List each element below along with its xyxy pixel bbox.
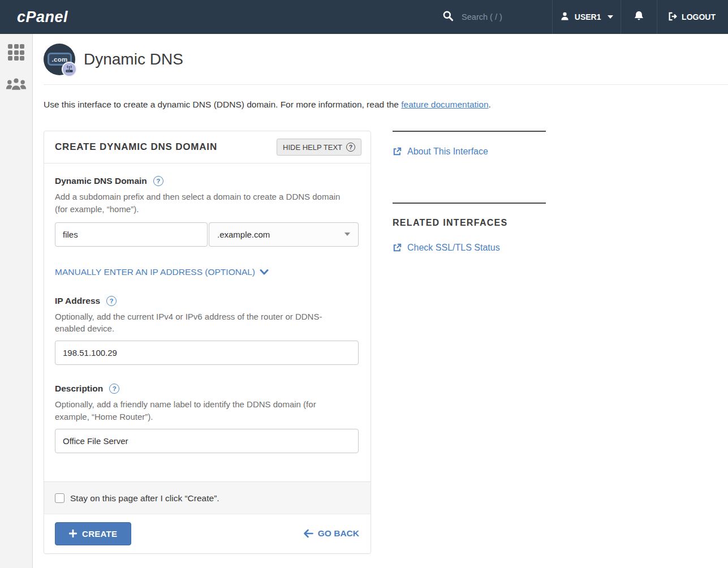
subdomain-prefix-input[interactable] (55, 222, 208, 247)
description-field-group: Description Optionally, add a friendly n… (55, 384, 359, 453)
create-button-label: CREATE (82, 529, 117, 539)
stay-on-page-row: Stay on this page after I click “Create”… (44, 481, 371, 514)
domain-field-label: Dynamic DNS Domain (55, 176, 147, 186)
plus-icon (69, 530, 77, 537)
go-back-link[interactable]: GO BACK (303, 528, 359, 539)
card-actions: CREATE GO BACK (44, 514, 371, 553)
user-menu[interactable]: USER1 (553, 0, 621, 34)
chevron-down-icon (608, 15, 613, 19)
ip-help-icon[interactable] (106, 296, 117, 306)
cpanel-logo[interactable]: cPanel (17, 0, 68, 34)
search-icon (442, 10, 454, 24)
left-sidebar (0, 34, 33, 568)
manual-ip-toggle-label: MANUALLY ENTER AN IP ADDRESS (OPTIONAL) (55, 267, 255, 277)
card-body: Dynamic DNS Domain Add a subdomain prefi… (44, 163, 371, 481)
about-this-interface-link[interactable]: About This Interface (393, 147, 546, 157)
intro-suffix: . (489, 100, 491, 109)
description-help-text: Optionally, add a friendly name label to… (55, 398, 349, 423)
about-link-label: About This Interface (407, 147, 488, 157)
domain-select[interactable]: .example.com (209, 222, 359, 247)
aside-divider (393, 203, 546, 204)
logout-button[interactable]: LOGOUT (657, 0, 728, 34)
intro-text: Use this interface to create a dynamic D… (44, 100, 401, 109)
page-header: .com Dynamic DNS (44, 34, 728, 75)
header-divider (44, 84, 728, 85)
card-header: CREATE DYNAMIC DNS DOMAIN HIDE HELP TEXT (44, 131, 371, 163)
hide-help-label: HIDE HELP TEXT (283, 143, 342, 152)
stay-on-page-label[interactable]: Stay on this page after I click “Create”… (70, 493, 219, 504)
description-input[interactable] (55, 429, 359, 453)
navbar-spacer (68, 0, 428, 34)
router-icon (62, 62, 77, 77)
user-manager-icon[interactable] (6, 76, 27, 94)
aside-divider (393, 131, 546, 132)
ip-address-input[interactable] (55, 341, 359, 365)
related-interfaces-heading: RELATED INTERFACES (393, 218, 546, 228)
right-sidebar: About This Interface RELATED INTERFACES … (393, 131, 546, 253)
top-navbar: cPanel Search ( / ) USER1 LOGOUT (0, 0, 728, 34)
hide-help-text-button[interactable]: HIDE HELP TEXT (277, 139, 361, 156)
ip-field-label: IP Address (55, 296, 100, 306)
dynamic-dns-feature-icon: .com (44, 44, 75, 75)
card-heading: CREATE DYNAMIC DNS DOMAIN (55, 141, 217, 153)
domain-help-text: Add a subdomain prefix and then select a… (55, 191, 349, 216)
username: USER1 (575, 12, 601, 21)
select-caret-icon (344, 233, 350, 236)
feature-documentation-link[interactable]: feature documentation (401, 100, 488, 109)
help-circle-icon (346, 143, 355, 152)
domain-select-value: .example.com (217, 230, 270, 239)
description-field-label: Description (55, 384, 103, 394)
ssl-link-label: Check SSL/TLS Status (407, 243, 500, 253)
logout-icon (667, 11, 678, 23)
check-ssl-status-link[interactable]: Check SSL/TLS Status (393, 243, 546, 253)
notifications-button[interactable] (621, 0, 657, 34)
global-search[interactable]: Search ( / ) (428, 0, 552, 34)
chevron-down-icon (260, 269, 269, 276)
manual-ip-toggle[interactable]: MANUALLY ENTER AN IP ADDRESS (OPTIONAL) (55, 267, 359, 277)
ip-field-group: IP Address Optionally, add the current I… (55, 296, 359, 365)
user-icon (560, 11, 570, 23)
create-ddns-card: CREATE DYNAMIC DNS DOMAIN HIDE HELP TEXT… (44, 131, 371, 554)
bell-icon (633, 10, 645, 24)
stay-on-page-checkbox[interactable] (55, 493, 64, 503)
logout-label: LOGOUT (682, 12, 716, 21)
domain-help-icon[interactable] (153, 176, 163, 186)
page-title: Dynamic DNS (84, 50, 183, 68)
external-link-icon (393, 243, 402, 252)
arrow-left-icon (303, 529, 313, 538)
external-link-icon (393, 147, 402, 156)
apps-grid-icon[interactable] (8, 44, 24, 61)
create-button[interactable]: CREATE (55, 522, 131, 545)
intro-paragraph: Use this interface to create a dynamic D… (44, 100, 728, 110)
description-help-icon[interactable] (109, 384, 119, 394)
ip-help-text: Optionally, add the current IPv4 or IPv6… (55, 311, 349, 335)
domain-field-group: Dynamic DNS Domain Add a subdomain prefi… (55, 176, 359, 247)
go-back-label: GO BACK (318, 528, 359, 539)
search-placeholder: Search ( / ) (462, 12, 502, 21)
